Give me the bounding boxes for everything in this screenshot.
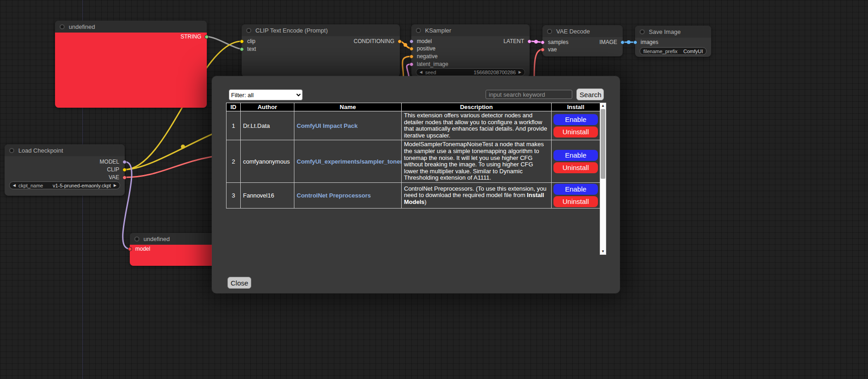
input-slot-vae: vae [541,46,557,53]
node-title-bar[interactable]: undefined [55,21,207,33]
extension-name-link[interactable]: ControlNet Preprocessors [297,192,371,199]
scrollbar-thumb[interactable] [601,109,605,179]
enable-button[interactable]: Enable [553,114,598,125]
slot-dot-vae-out[interactable] [122,176,127,180]
widget-value: v1-5-pruned-emaonly.ckpt [53,183,111,188]
wire-dot [181,145,185,149]
output-slot-latent: LATENT [503,38,531,45]
extension-name-link[interactable]: ComfyUI Impact Pack [297,122,358,129]
slot-label: VAE [109,174,119,181]
slot-dot-text[interactable] [240,47,244,51]
wire-dot [627,40,630,44]
slot-label: MODEL [100,159,119,165]
slot-dot-latent-image[interactable] [409,62,414,66]
slot-dot-string[interactable] [205,35,209,39]
slot-dot-positive[interactable] [409,47,414,51]
extension-name-link[interactable]: ComfyUI_experiments/sampler_tonemap [297,158,402,165]
slot-dot-samples[interactable] [541,40,545,44]
extension-id: 3 [227,182,241,208]
next-arrow-icon[interactable]: ▶ [114,184,116,187]
node-title: undefined [69,23,95,30]
slot-label: STRING [181,33,201,40]
slot-dot-vae[interactable] [541,48,545,52]
extension-row: 3 Fannovel16 ControlNet Preprocessors Co… [227,182,600,208]
scroll-up-arrow-icon[interactable]: ▲ [600,103,606,109]
wire-dot [534,40,538,44]
slot-dot-images[interactable] [633,40,637,44]
widget-label: seed [425,70,436,75]
search-button[interactable]: Search [576,88,604,100]
slot-label: model [417,38,432,44]
extension-author: Dr.Lt.Data [241,111,294,140]
node-undefined-top[interactable]: undefined STRING [55,21,207,108]
node-vae-decode[interactable]: VAE Decode samples vae IMAGE [542,25,623,56]
slot-dot-model-in[interactable] [128,247,132,251]
collapse-dot-icon[interactable] [640,29,645,34]
slot-dot-model[interactable] [409,39,414,44]
node-title-bar[interactable]: VAE Decode [542,25,623,37]
collapse-dot-icon[interactable] [60,24,65,29]
slot-dot-negative[interactable] [409,55,414,59]
ckpt-name-widget[interactable]: ◀ ckpt_name v1-5-pruned-emaonly.ckpt ▶ [9,181,120,189]
node-title: KSampler [425,27,451,34]
input-slot-clip: clip [240,38,255,45]
node-title: VAE Decode [556,28,590,35]
slot-dot-latent[interactable] [527,39,531,44]
slot-dot-conditioning[interactable] [398,39,402,44]
scroll-down-arrow-icon[interactable]: ▼ [600,249,606,254]
node-load-checkpoint[interactable]: Load Checkpoint MODEL CLIP VAE ◀ ckpt_na… [5,144,125,196]
collapse-dot-icon[interactable] [547,29,552,34]
wire-dot [404,43,407,47]
node-title: Load Checkpoint [18,147,63,154]
slot-label: latent_image [417,61,448,67]
table-header-row: ID Author Name Description Install [227,103,600,111]
table-scrollbar[interactable]: ▲ ▼ [600,103,606,255]
node-save-image[interactable]: Save Image images filename_prefix ComfyU… [635,26,711,57]
slot-dot-image[interactable] [620,40,625,44]
input-slot-model: model [128,245,150,253]
collapse-dot-icon[interactable] [416,28,421,33]
node-clip-text-encode[interactable]: CLIP Text Encode (Prompt) clip text COND… [242,24,400,77]
install-actions: Enable Uninstall [554,150,597,173]
prev-arrow-icon[interactable]: ◀ [13,184,16,187]
decrement-arrow-icon[interactable]: ◀ [420,71,422,74]
node-title-bar[interactable]: Load Checkpoint [5,144,125,156]
collapse-dot-icon[interactable] [9,148,14,153]
node-title-bar[interactable]: KSampler [411,24,530,36]
input-slot-negative: negative [409,53,437,60]
extension-manager-dialog: Filter: all Search ID Author Name Descri… [212,76,620,293]
filename-prefix-widget[interactable]: filename_prefix ComfyUI [640,47,707,55]
uninstall-button[interactable]: Uninstall [553,126,598,137]
enable-button[interactable]: Enable [553,184,598,195]
slot-dot-clip-out[interactable] [122,168,127,172]
extension-description: This extension offers various detector n… [402,111,552,140]
header-author: Author [241,103,294,111]
node-title-bar[interactable]: Save Image [635,26,711,38]
collapse-dot-icon[interactable] [134,236,139,242]
seed-widget[interactable]: ◀ seed 156680208700286 ▶ [416,68,525,76]
widget-label: filename_prefix [643,49,678,54]
search-input[interactable] [486,90,572,99]
slot-label: model [135,246,150,252]
uninstall-button[interactable]: Uninstall [553,162,598,173]
slot-label: vae [548,46,557,53]
widget-label: ckpt_name [18,183,43,188]
wire-string-to-text [207,37,242,49]
node-ksampler[interactable]: KSampler model positive negative latent_… [411,24,530,77]
extension-row: 1 Dr.Lt.Data ComfyUI Impact Pack This ex… [227,111,600,140]
input-slot-model: model [409,38,432,45]
node-title-bar[interactable]: CLIP Text Encode (Prompt) [242,24,400,36]
slot-dot-model-out[interactable] [122,160,127,164]
output-slot-model: MODEL [100,158,127,165]
slot-label: IMAGE [599,39,617,45]
close-button[interactable]: Close [227,277,251,289]
widget-value: ComfyUI [683,49,703,54]
uninstall-button[interactable]: Uninstall [553,196,598,207]
extension-description: ControlNet Preprocessors. (To use this e… [402,182,552,208]
output-slot-clip: CLIP [107,166,127,173]
increment-arrow-icon[interactable]: ▶ [519,71,521,74]
collapse-dot-icon[interactable] [246,28,251,33]
slot-dot-clip[interactable] [240,39,244,44]
enable-button[interactable]: Enable [553,150,598,161]
filter-select[interactable]: Filter: all [229,89,303,100]
